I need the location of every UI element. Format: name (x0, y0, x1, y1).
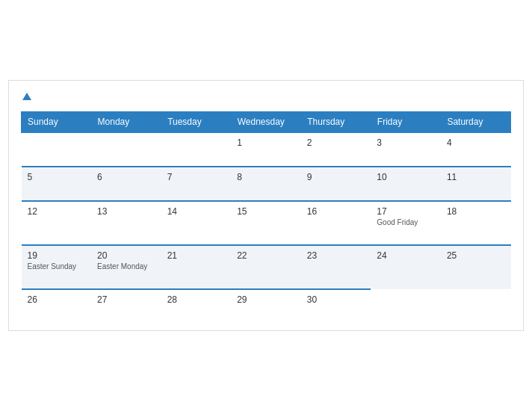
calendar-cell: 30 (301, 289, 371, 323)
day-number: 29 (237, 294, 295, 305)
day-number: 11 (447, 172, 505, 182)
calendar-cell: 11 (441, 167, 511, 201)
calendar-cell: 3 (371, 132, 441, 167)
calendar-cell (371, 289, 441, 323)
day-number: 12 (28, 206, 86, 217)
calendar-cell: 14 (161, 201, 232, 245)
calendar-cell: 23 (301, 245, 371, 289)
day-number: 26 (28, 294, 86, 305)
day-number: 6 (97, 172, 155, 182)
weekday-header-wednesday: Wednesday (231, 112, 301, 133)
day-event: Easter Monday (97, 262, 155, 271)
calendar-cell: 24 (371, 245, 441, 289)
weekday-header-monday: Monday (91, 112, 161, 133)
calendar-cell (441, 289, 511, 323)
calendar-header (21, 93, 511, 101)
calendar-cell: 10 (371, 167, 441, 201)
logo-text (21, 93, 31, 101)
calendar-cell: 28 (161, 289, 232, 323)
day-number: 10 (377, 172, 435, 182)
logo (21, 93, 31, 101)
day-number: 25 (447, 250, 505, 261)
week-row-4: 19Easter Sunday20Easter Monday2122232425 (22, 245, 511, 289)
calendar-cell: 25 (441, 245, 511, 289)
week-row-1: 1234 (22, 132, 511, 167)
day-number: 17 (377, 206, 435, 217)
day-number: 1 (237, 137, 295, 148)
day-number: 13 (97, 206, 155, 217)
calendar-cell: 4 (441, 132, 511, 167)
calendar-cell: 12 (22, 201, 92, 245)
calendar-grid: SundayMondayTuesdayWednesdayThursdayFrid… (21, 111, 511, 323)
day-number: 16 (307, 206, 365, 217)
day-number: 27 (97, 294, 155, 305)
day-number: 20 (97, 250, 155, 261)
weekday-header-thursday: Thursday (301, 112, 371, 133)
calendar-cell: 7 (161, 167, 232, 201)
calendar-cell: 16 (301, 201, 371, 245)
calendar-cell: 20Easter Monday (91, 245, 161, 289)
day-number: 9 (307, 172, 365, 182)
calendar-cell (91, 132, 161, 167)
day-event: Good Friday (377, 218, 435, 226)
calendar-cell: 27 (91, 289, 161, 323)
calendar-cell: 5 (22, 167, 92, 201)
weekday-header-row: SundayMondayTuesdayWednesdayThursdayFrid… (22, 112, 511, 133)
calendar-cell: 29 (231, 289, 301, 323)
day-number: 4 (447, 137, 505, 148)
day-number: 7 (167, 172, 226, 182)
week-row-5: 2627282930 (22, 289, 511, 323)
day-number: 21 (167, 250, 226, 261)
day-number: 30 (307, 294, 365, 305)
calendar-cell: 26 (22, 289, 92, 323)
calendar-cell: 21 (161, 245, 232, 289)
calendar-cell (22, 132, 92, 167)
day-number: 22 (237, 250, 295, 261)
day-number: 5 (28, 172, 86, 182)
calendar: SundayMondayTuesdayWednesdayThursdayFrid… (8, 80, 524, 331)
calendar-cell: 1 (231, 132, 301, 167)
calendar-cell: 13 (91, 201, 161, 245)
weekday-header-friday: Friday (371, 112, 441, 133)
calendar-cell: 15 (231, 201, 301, 245)
day-number: 19 (28, 250, 86, 261)
day-number: 3 (377, 137, 435, 148)
day-event: Easter Sunday (28, 262, 86, 271)
day-number: 28 (167, 294, 226, 305)
calendar-cell (161, 132, 232, 167)
calendar-cell: 9 (301, 167, 371, 201)
weekday-header-saturday: Saturday (441, 112, 511, 133)
week-row-2: 567891011 (22, 167, 511, 201)
day-number: 14 (167, 206, 226, 217)
calendar-cell: 22 (231, 245, 301, 289)
week-row-3: 121314151617Good Friday18 (22, 201, 511, 245)
day-number: 23 (307, 250, 365, 261)
calendar-cell: 8 (231, 167, 301, 201)
calendar-cell: 17Good Friday (371, 201, 441, 245)
logo-triangle-icon (22, 93, 31, 100)
day-number: 2 (307, 137, 365, 148)
calendar-cell: 19Easter Sunday (22, 245, 92, 289)
calendar-cell: 6 (91, 167, 161, 201)
weekday-header-tuesday: Tuesday (161, 112, 232, 133)
day-number: 24 (377, 250, 435, 261)
day-number: 8 (237, 172, 295, 182)
calendar-cell: 2 (301, 132, 371, 167)
day-number: 15 (237, 206, 295, 217)
calendar-cell: 18 (441, 201, 511, 245)
weekday-header-sunday: Sunday (22, 112, 92, 133)
day-number: 18 (447, 206, 505, 217)
